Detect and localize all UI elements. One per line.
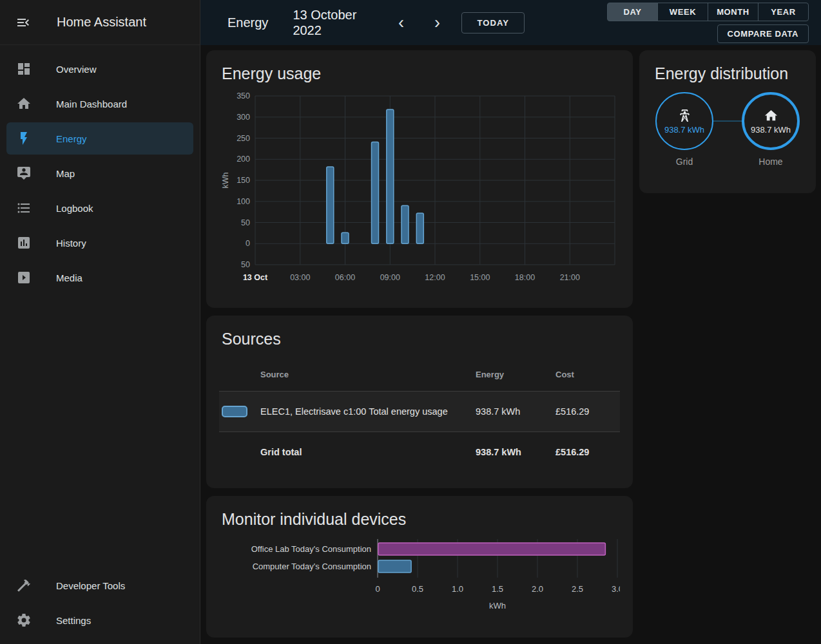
svg-text:Computer Today's Consumption: Computer Today's Consumption: [253, 562, 371, 571]
device-bar[interactable]: [378, 543, 605, 555]
prev-date-button[interactable]: ‹: [389, 10, 412, 35]
source-name: ELEC1, Electrisave c1:00 Total energy us…: [260, 406, 476, 417]
svg-text:300: 300: [237, 113, 250, 122]
topbar: Energy 13 October 2022 ‹ › TODAY DAYWEEK…: [200, 0, 821, 45]
app-title: Home Assistant: [57, 15, 146, 30]
energy-usage-title: Energy usage: [222, 64, 617, 83]
sidebar-item-label: Map: [56, 168, 75, 179]
total-energy: 938.7 kWh: [476, 447, 555, 457]
sidebar-item-label: Energy: [56, 133, 87, 144]
devices-chart: 00.51.01.52.02.53.0Office Lab Today's Co…: [219, 538, 620, 618]
home-node: 938.7 kWh Home: [742, 92, 800, 167]
usage-bar[interactable]: [416, 213, 423, 243]
usage-bar[interactable]: [372, 142, 379, 243]
hammer-icon: [16, 578, 32, 593]
sidebar-item-media[interactable]: Media: [6, 261, 193, 294]
sidebar-item-label: Main Dashboard: [56, 99, 127, 109]
sidebar-item-map[interactable]: Map: [6, 157, 193, 189]
sidebar-item-developer-tools[interactable]: Developer Tools: [6, 569, 193, 601]
distribution-diagram: 938.7 kWh Grid 938.7 kWh Home: [652, 92, 803, 167]
menu-icon[interactable]: [15, 15, 31, 30]
home-circle[interactable]: 938.7 kWh: [742, 92, 800, 150]
left-column: Energy usage 13 Oct03:0006:0009:0012:001…: [206, 50, 633, 644]
content: Energy usage 13 Oct03:0006:0009:0012:001…: [200, 45, 821, 644]
sidebar: Home Assistant OverviewMain DashboardEne…: [0, 0, 200, 644]
gear-icon: [16, 612, 32, 628]
sidebar-item-main-dashboard[interactable]: Main Dashboard: [6, 88, 193, 120]
svg-text:50: 50: [241, 260, 250, 269]
sources-card: Sources Source Energy Cost ELEC1, Electr…: [206, 316, 633, 488]
svg-text:200: 200: [237, 155, 250, 164]
svg-text:2.5: 2.5: [572, 584, 583, 594]
app-root: Home Assistant OverviewMain DashboardEne…: [0, 0, 821, 644]
sources-title: Sources: [222, 330, 617, 348]
usage-bar[interactable]: [401, 205, 409, 243]
home-value: 938.7 kWh: [751, 125, 791, 135]
energy-usage-card: Energy usage 13 Oct03:0006:0009:0012:001…: [206, 50, 633, 308]
svg-text:250: 250: [237, 134, 250, 143]
sidebar-item-label: Logbook: [56, 203, 93, 214]
svg-text:0: 0: [246, 239, 250, 248]
svg-text:150: 150: [237, 176, 250, 185]
sidebar-bottom-nav: Developer ToolsSettings: [0, 567, 200, 644]
svg-text:18:00: 18:00: [515, 273, 535, 282]
device-bar[interactable]: [378, 560, 411, 573]
source-energy: 938.7 kWh: [476, 406, 555, 417]
svg-text:03:00: 03:00: [290, 273, 310, 282]
lightning-bolt-icon: [16, 131, 32, 146]
svg-text:0.5: 0.5: [412, 584, 423, 594]
sidebar-nav: OverviewMain DashboardEnergyMapLogbookHi…: [0, 45, 200, 567]
today-button[interactable]: TODAY: [461, 12, 525, 33]
svg-text:kWh: kWh: [221, 172, 230, 188]
transmission-tower-icon: [677, 108, 692, 123]
period-tab-week[interactable]: WEEK: [657, 3, 708, 21]
compare-data-button[interactable]: COMPARE DATA: [717, 24, 809, 43]
svg-text:13 Oct: 13 Oct: [243, 273, 268, 282]
source-cost: £516.29: [555, 406, 617, 417]
play-box-icon: [16, 270, 32, 285]
next-date-button[interactable]: ›: [425, 10, 449, 35]
grid-label: Grid: [676, 156, 693, 167]
svg-text:350: 350: [237, 92, 250, 100]
svg-text:15:00: 15:00: [470, 273, 490, 282]
svg-text:1.5: 1.5: [492, 584, 503, 594]
energy-distribution-card: Energy distribution 938.7 kWh Grid: [639, 50, 816, 193]
sidebar-item-label: Media: [56, 272, 82, 283]
sidebar-item-energy[interactable]: Energy: [6, 122, 193, 155]
period-tab-day[interactable]: DAY: [607, 3, 658, 21]
sidebar-item-history[interactable]: History: [6, 227, 193, 259]
chart-box-icon: [16, 235, 32, 251]
cost-column-header: Cost: [555, 370, 617, 379]
grid-node: 938.7 kWh Grid: [655, 92, 713, 167]
svg-text:09:00: 09:00: [380, 273, 400, 282]
usage-bar[interactable]: [387, 109, 394, 243]
view-dashboard-icon: [16, 61, 32, 77]
sidebar-item-overview[interactable]: Overview: [6, 53, 193, 85]
source-row[interactable]: ELEC1, Electrisave c1:00 Total energy us…: [219, 391, 620, 432]
usage-bar[interactable]: [327, 167, 334, 243]
grid-circle[interactable]: 938.7 kWh: [655, 92, 713, 150]
svg-text:Office Lab Today's Consumption: Office Lab Today's Consumption: [251, 544, 371, 554]
grid-value: 938.7 kWh: [664, 125, 704, 135]
svg-text:06:00: 06:00: [335, 273, 355, 282]
sidebar-item-settings[interactable]: Settings: [6, 604, 193, 636]
source-column-header: Source: [260, 370, 476, 379]
svg-text:1.0: 1.0: [452, 584, 463, 594]
home-label: Home: [758, 156, 782, 167]
distribution-title: Energy distribution: [655, 64, 800, 83]
right-column: Energy distribution 938.7 kWh Grid: [639, 50, 816, 644]
source-color-swatch: [222, 406, 247, 417]
period-tab-month[interactable]: MONTH: [708, 3, 758, 21]
energy-usage-chart: 13 Oct03:0006:0009:0012:0015:0018:0021:0…: [219, 92, 620, 293]
sidebar-item-label: Developer Tools: [56, 580, 125, 591]
usage-bar[interactable]: [342, 232, 349, 243]
total-name: Grid total: [260, 447, 476, 457]
svg-text:50: 50: [241, 218, 250, 227]
svg-text:0: 0: [375, 584, 380, 594]
period-tab-year[interactable]: YEAR: [758, 3, 809, 21]
svg-text:100: 100: [237, 197, 250, 206]
sidebar-item-label: History: [56, 238, 86, 249]
page-title: Energy: [227, 15, 268, 30]
sidebar-item-logbook[interactable]: Logbook: [6, 192, 193, 224]
svg-text:2.0: 2.0: [532, 584, 543, 594]
